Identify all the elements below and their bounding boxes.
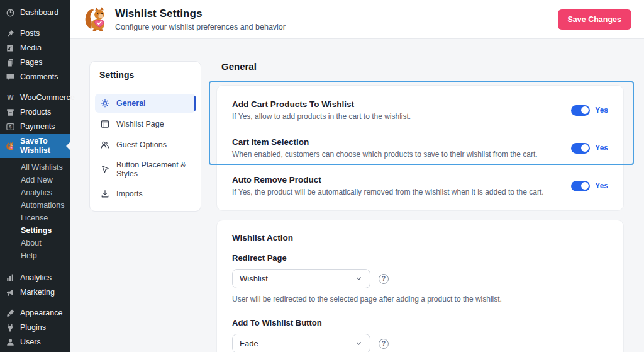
chevron-down-icon [355,275,363,283]
settings-tab-guest-options[interactable]: Guest Options [95,135,196,154]
redirect-page-select[interactable]: Wishlist [232,269,370,288]
user-icon [6,338,15,347]
svg-text:W: W [8,94,14,101]
settings-tab-button-placement[interactable]: Button Placement & Styles [95,156,196,183]
sidebar-item-label: Comments [20,72,58,82]
sidebar-item-label: Pages [20,58,42,67]
comment-icon [6,72,15,82]
sidebar-item-media[interactable]: Media [0,41,70,55]
sidebar-item-label: Payments [20,122,55,132]
submenu-item-automations[interactable]: Automations [0,199,70,212]
sidebar-item-label: Marketing [20,288,55,297]
settings-tab-wishlist-page[interactable]: Wishlist Page [95,115,196,133]
box-icon [6,108,15,117]
sidebar-item-label: Appearance [20,309,62,318]
submenu-item-license[interactable]: License [0,212,70,224]
sidebar-item-label: Analytics [20,273,52,283]
cart-item-selection-toggle[interactable] [571,143,590,154]
setting-description: When enabled, customers can choose which… [232,150,538,159]
wishlist-action-card: Wishlist Action Redirect Page Wishlist ?… [216,220,624,352]
toggle-knob [581,182,589,190]
sidebar-item-woocommerce[interactable]: W WooCommerce [0,91,70,105]
page-header: Wishlist Settings Configure your wishlis… [70,0,644,39]
sidebar-item-users[interactable]: Users [0,335,70,349]
wishlist-action-title: Wishlist Action [232,233,608,242]
sidebar-item-label: Products [20,108,51,117]
layout-icon [100,119,110,129]
redirect-page-label: Redirect Page [232,253,608,263]
sidebar-item-posts[interactable]: Posts [0,26,70,41]
setting-title: Cart Item Selection [232,137,538,147]
brush-icon [6,309,15,318]
sidebar-item-pages[interactable]: Pages [0,55,70,70]
setting-description: If Yes, the product will be automaticall… [232,188,544,196]
sidebar-item-label: Media [20,43,42,53]
sidebar-item-dashboard[interactable]: Dashboard [0,6,70,20]
add-to-wishlist-button-value: Fade [240,339,258,348]
payments-icon: $ [6,122,15,132]
toggle-knob [581,106,589,114]
sidebar-item-products[interactable]: Products [0,105,70,120]
setting-description: If Yes, allow to add products in the car… [232,112,411,121]
auto-remove-product-toggle[interactable] [571,181,590,191]
svg-text:$: $ [9,125,12,130]
sidebar-item-analytics[interactable]: Analytics [0,271,70,285]
setting-row-add-cart-products: Add Cart Products To Wishlist If Yes, al… [232,91,608,129]
submenu-item-analytics[interactable]: Analytics [0,186,70,199]
submenu-item-settings[interactable]: Settings [0,224,70,237]
add-to-wishlist-button-select[interactable]: Fade [232,334,370,352]
sidebar-item-label: Plugins [20,323,46,332]
toggle-state-label: Yes [595,106,608,115]
toggle-knob [581,144,589,152]
toggle-state-label: Yes [595,144,608,152]
redirect-page-value: Wishlist [240,274,268,283]
squirrel-logo-icon [83,5,109,34]
sidebar-item-plugins[interactable]: Plugins [0,321,70,335]
cursor-icon [100,164,110,174]
sidebar-item-marketing[interactable]: Marketing [0,285,70,300]
chevron-down-icon [355,339,363,348]
add-to-wishlist-button-help-icon[interactable]: ? [379,339,389,349]
submenu-item-help[interactable]: Help [0,249,70,262]
section-title: General [221,61,624,72]
page-title: Wishlist Settings [115,8,286,20]
plug-icon [6,323,15,332]
sidebar-item-label: Users [20,338,41,347]
setting-row-cart-item-selection: Cart Item Selection When enabled, custom… [232,129,608,167]
pages-icon [6,58,15,67]
squirrel-icon [6,142,15,151]
sidebar-item-comments[interactable]: Comments [0,70,70,84]
megaphone-icon [6,288,15,297]
toggle-state-label: Yes [595,181,608,190]
save-changes-button[interactable]: Save Changes [558,9,631,30]
wp-admin-sidebar: Dashboard Posts Media Pages Comments W W… [0,0,70,352]
submenu-item-add-new[interactable]: Add New [0,174,70,186]
sidebar-item-tools[interactable]: Tools [0,349,70,352]
sidebar-item-label: Dashboard [20,8,58,18]
settings-tab-label: Guest Options [116,140,167,149]
settings-tab-label: General [116,99,146,108]
setting-row-auto-remove-product: Auto Remove Product If Yes, the product … [232,167,608,205]
add-cart-products-toggle[interactable] [571,105,590,116]
dashboard-icon [6,8,15,18]
add-to-wishlist-button-label: Add To Wishlist Button [232,318,608,327]
people-icon [100,140,110,150]
sidebar-item-label: SaveTo Wishlist [20,137,65,156]
setting-title: Auto Remove Product [232,175,544,185]
submenu-item-all-wishlists[interactable]: All Wishlists [0,161,70,174]
gear-icon [100,98,110,108]
redirect-page-help-icon[interactable]: ? [379,274,389,284]
saveto-wishlist-submenu: All Wishlists Add New Analytics Automati… [0,158,70,264]
woocommerce-icon: W [6,93,15,103]
settings-tab-general[interactable]: General [95,94,196,113]
wishlist-settings-page: Dashboard Posts Media Pages Comments W W… [0,0,644,352]
bar-chart-icon [6,273,15,283]
settings-tab-imports[interactable]: Imports [95,185,196,203]
page-subtitle: Configure your wishlist preferences and … [115,23,286,31]
media-icon [6,43,15,53]
submenu-item-about[interactable]: About [0,237,70,249]
sidebar-item-appearance[interactable]: Appearance [0,306,70,321]
sidebar-item-payments[interactable]: $ Payments [0,120,70,134]
sidebar-item-label: Posts [20,29,40,38]
sidebar-item-saveto-wishlist[interactable]: SaveTo Wishlist [0,134,70,158]
